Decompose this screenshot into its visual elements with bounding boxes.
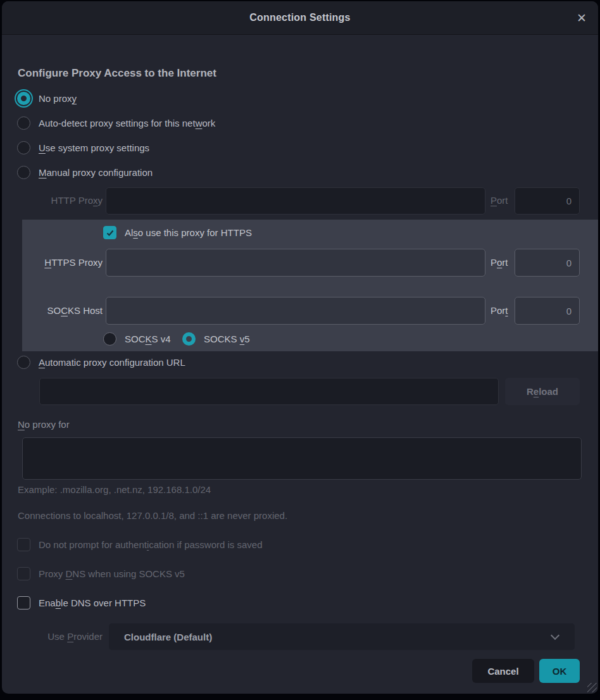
label-accesskey: C — [61, 305, 68, 316]
https-proxy-input[interactable] — [106, 249, 485, 277]
chevron-down-icon — [551, 631, 559, 640]
radio-auto-config-url[interactable]: Automatic proxy configuration URL — [17, 356, 185, 369]
label-post: y — [98, 195, 103, 206]
label-post: TTPS Proxy — [51, 257, 103, 268]
ok-button[interactable]: OK — [539, 659, 580, 683]
dialog-titlebar: Connection Settings ✕ — [2, 1, 598, 35]
radio-socks-v4[interactable]: SOCKS v4 — [103, 332, 171, 346]
reload-button[interactable]: Reload — [505, 378, 580, 405]
label-post: rovider — [73, 631, 103, 642]
radio-icon-auto-config-url[interactable] — [17, 356, 30, 369]
http-port-label: Port — [491, 187, 508, 214]
label-post: load — [539, 386, 558, 397]
label-post: NS when using SOCKS v5 — [72, 568, 185, 579]
radio-icon-manual-proxy[interactable] — [17, 166, 30, 179]
checkbox-use-proxy-for-https[interactable] — [103, 226, 116, 239]
radio-label-auto-detect: Auto-detect proxy settings for this netw… — [39, 116, 215, 130]
label-accesskey: y — [72, 93, 77, 104]
label-accesskey: b — [56, 597, 61, 608]
checkmark-icon — [106, 228, 115, 237]
label-pre: HTTP Pro — [51, 195, 93, 206]
checkbox-no-prompt-auth[interactable] — [17, 538, 30, 551]
cancel-button[interactable]: Cancel — [472, 659, 534, 683]
socks-port-label: Port — [491, 297, 508, 325]
label-accesskey: P — [491, 195, 497, 206]
label-pre: R — [527, 386, 534, 397]
label-pre: P — [491, 257, 497, 268]
connection-settings-dialog: Connection Settings ✕ Configure Proxy Ac… — [2, 1, 598, 694]
label-post: cation if password is saved — [149, 539, 262, 550]
resize-grip[interactable] — [587, 683, 597, 692]
label-pre: SOC — [125, 334, 146, 344]
screen: Connection Settings ✕ Configure Proxy Ac… — [0, 0, 600, 700]
use-proxy-for-https-checkbox-row[interactable]: Also use this proxy for HTTPS — [103, 226, 252, 239]
radio-socks-v5[interactable]: SOCKS v5 — [182, 332, 250, 346]
label-accesskey: U — [39, 142, 46, 153]
radio-manual-proxy[interactable]: Manual proxy configuration — [17, 166, 153, 179]
checkbox-proxy-dns[interactable] — [17, 567, 30, 580]
label-pre: SOCKS — [204, 334, 240, 344]
radio-icon-system-proxy[interactable] — [17, 141, 30, 154]
label-accesskey: A — [39, 357, 45, 368]
label-accesskey: e — [534, 386, 539, 397]
radio-icon-socks-v4[interactable] — [103, 332, 116, 346]
https-socks-section: Also use this proxy for HTTPS HTTPS Prox… — [22, 220, 598, 351]
close-button[interactable]: ✕ — [577, 1, 587, 35]
socks-port-input[interactable] — [515, 297, 580, 325]
radio-label-manual-proxy: Manual proxy configuration — [39, 166, 153, 179]
label-pre: Use — [47, 631, 67, 642]
checkbox-row-no-prompt-auth[interactable]: Do not prompt for authentication if pass… — [17, 538, 263, 551]
radio-icon-no-proxy[interactable] — [17, 92, 30, 105]
radio-no-proxy[interactable]: No proxy — [17, 92, 77, 105]
radio-auto-detect[interactable]: Auto-detect proxy settings for this netw… — [17, 116, 215, 130]
checkbox-row-dns-over-https[interactable]: Enable DNS over HTTPS — [17, 596, 146, 609]
label-post: 5 — [244, 334, 249, 344]
label-accesskey: s — [133, 227, 138, 238]
radio-label-auto-config-url: Automatic proxy configuration URL — [39, 356, 185, 369]
checkbox-label-no-prompt-auth: Do not prompt for authentication if pass… — [39, 538, 263, 551]
label-post: o proxy for — [25, 419, 70, 430]
section-heading-text: Configure Proxy Access to the Internet — [18, 67, 216, 79]
label-accesskey: t — [505, 305, 508, 316]
label-pre: Do not prompt for authent — [39, 539, 147, 550]
label-post: KS Host — [68, 305, 103, 316]
no-proxy-for-textarea[interactable] — [22, 437, 582, 480]
label-post: S v4 — [152, 334, 171, 344]
http-port-input[interactable] — [515, 187, 580, 215]
label-pre: SO — [47, 305, 61, 316]
label-post: utomatic proxy configuration URL — [45, 357, 185, 368]
label-pre: Por — [491, 305, 505, 316]
section-heading: Configure Proxy Access to the Internet — [18, 67, 216, 80]
label-accesskey: w — [196, 118, 203, 128]
label-accesskey: D — [66, 568, 73, 579]
provider-select-value: Cloudflare (Default) — [109, 632, 212, 642]
label-post: ort — [497, 195, 508, 206]
checkbox-row-proxy-dns[interactable]: Proxy DNS when using SOCKS v5 — [17, 567, 185, 580]
label-accesskey: N — [18, 419, 25, 430]
label-post: anual proxy configuration — [47, 167, 153, 178]
label-accesskey: M — [39, 167, 47, 178]
close-icon: ✕ — [577, 11, 587, 25]
reload-button-label: Reload — [527, 386, 558, 397]
http-proxy-input[interactable] — [106, 187, 485, 215]
label-pre: Al — [125, 227, 133, 238]
auto-config-url-input[interactable] — [39, 378, 499, 405]
checkbox-dns-over-https[interactable] — [17, 596, 30, 609]
label-post: rt — [502, 257, 508, 268]
use-provider-label: Use Provider — [18, 623, 103, 650]
no-proxy-example-text: Example: .mozilla.org, .net.nz, 192.168.… — [18, 483, 211, 496]
https-port-input[interactable] — [515, 249, 580, 277]
radio-system-proxy[interactable]: Use system proxy settings — [17, 141, 149, 154]
checkbox-label-dns-over-https: Enable DNS over HTTPS — [39, 596, 146, 609]
radio-icon-auto-detect[interactable] — [17, 116, 30, 130]
provider-select[interactable]: Cloudflare (Default) — [109, 623, 575, 650]
label-pre: No prox — [39, 93, 72, 104]
checkbox-label-proxy-dns: Proxy DNS when using SOCKS v5 — [39, 567, 185, 580]
socks-host-input[interactable] — [106, 297, 485, 325]
label-accesskey: P — [67, 631, 73, 642]
checkbox-label-use-proxy-for-https: Also use this proxy for HTTPS — [125, 226, 252, 239]
label-post: se system proxy settings — [46, 142, 149, 153]
label-accesskey: x — [93, 195, 98, 206]
radio-label-system-proxy: Use system proxy settings — [39, 141, 149, 154]
radio-icon-socks-v5[interactable] — [182, 332, 196, 346]
